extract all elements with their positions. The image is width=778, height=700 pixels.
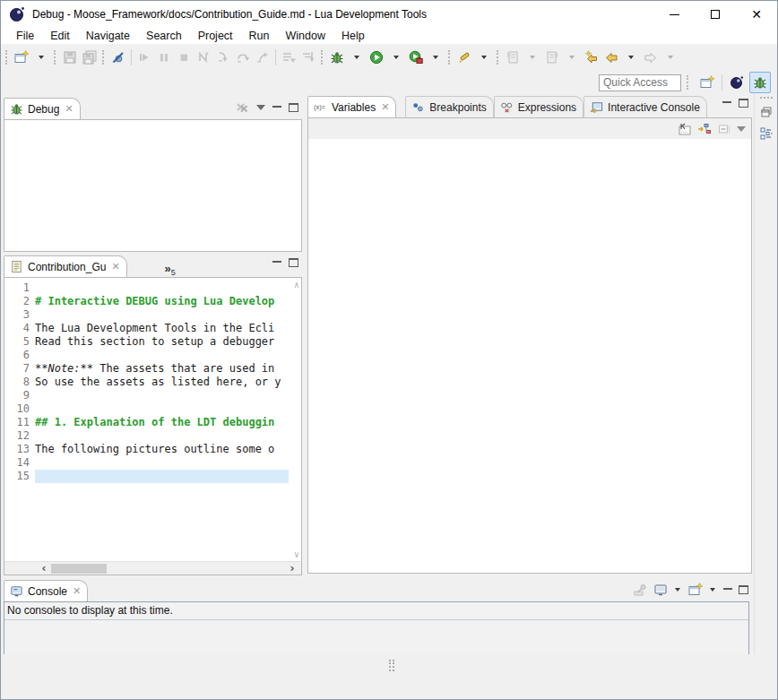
step-return-button[interactable] bbox=[253, 48, 272, 67]
editor-line[interactable]: 2# Interactive DEBUG using Lua Develop bbox=[4, 295, 289, 308]
editor-text-area[interactable]: 12# Interactive DEBUG using Lua Develop3… bbox=[4, 278, 301, 561]
editor-line[interactable]: 13The following pictures outline some o bbox=[4, 443, 289, 456]
view-menu-button[interactable] bbox=[256, 105, 265, 110]
menu-run[interactable]: Run bbox=[241, 29, 278, 44]
open-perspective-button[interactable] bbox=[696, 72, 718, 93]
open-console-button[interactable] bbox=[688, 583, 703, 597]
last-edit-location-button[interactable] bbox=[582, 48, 601, 67]
display-selected-console-button[interactable] bbox=[653, 583, 668, 597]
menu-navigate[interactable]: Navigate bbox=[78, 29, 138, 44]
window-maximize-button[interactable] bbox=[695, 1, 736, 28]
tab-close-icon[interactable]: ✕ bbox=[111, 261, 119, 272]
horizontal-scrollbar[interactable]: ‹ › bbox=[4, 561, 301, 575]
minimize-view-button[interactable] bbox=[723, 587, 732, 590]
toolbar-drag-handle[interactable] bbox=[102, 50, 106, 65]
new-wizard-dropdown[interactable] bbox=[31, 48, 51, 67]
toolbar-drag-handle[interactable] bbox=[5, 50, 9, 65]
quick-access-input[interactable] bbox=[599, 74, 681, 91]
tab-close-icon[interactable]: ✕ bbox=[73, 585, 81, 597]
editor-line[interactable]: 11## 1. Explanation of the LDT debuggin bbox=[4, 416, 289, 429]
menu-search[interactable]: Search bbox=[138, 29, 190, 44]
editor-line[interactable]: 6 bbox=[4, 349, 289, 362]
toolbar-drag-handle[interactable] bbox=[54, 50, 57, 65]
open-task-button[interactable] bbox=[454, 48, 474, 67]
run-dropdown[interactable] bbox=[386, 48, 406, 67]
open-task-dropdown[interactable] bbox=[474, 48, 494, 67]
tab-console[interactable]: Console ✕ bbox=[4, 580, 88, 601]
trim-drag-handle[interactable] bbox=[760, 97, 773, 99]
editor-line[interactable]: 5Read this section to setup a debugger bbox=[4, 335, 289, 349]
editor-line[interactable]: 3 bbox=[4, 308, 289, 322]
minimize-view-button[interactable] bbox=[722, 100, 731, 103]
editor-line[interactable]: 1 bbox=[4, 281, 289, 295]
scrollbar-thumb[interactable] bbox=[51, 564, 107, 574]
forward-dropdown[interactable] bbox=[661, 48, 680, 67]
tab-expressions[interactable]: Expressions bbox=[494, 96, 584, 117]
maximize-view-button[interactable] bbox=[289, 258, 298, 267]
pin-console-button[interactable] bbox=[633, 583, 647, 597]
external-tools-dropdown[interactable] bbox=[426, 48, 445, 67]
editor-line[interactable]: 8So use the assets as listed here, or y bbox=[4, 376, 289, 389]
editor-line[interactable]: 10 bbox=[4, 402, 289, 416]
debug-dropdown[interactable] bbox=[347, 48, 367, 67]
save-button[interactable] bbox=[60, 48, 80, 67]
tab-debug[interactable]: Debug ✕ bbox=[4, 98, 81, 119]
hidden-editors-chevron[interactable]: »5 bbox=[165, 260, 176, 277]
next-annotation-button[interactable] bbox=[542, 48, 562, 67]
resume-button[interactable] bbox=[134, 48, 154, 67]
new-wizard-button[interactable] bbox=[12, 48, 31, 67]
scroll-up-arrow[interactable]: ∧ bbox=[294, 280, 299, 290]
tab-interactive-console[interactable]: Interactive Console bbox=[584, 96, 707, 117]
display-console-dropdown[interactable] bbox=[675, 588, 680, 592]
run-button[interactable] bbox=[367, 48, 386, 67]
scroll-left-arrow[interactable]: ‹ bbox=[37, 562, 51, 575]
editor-line[interactable]: 7**Note:** The assets that are used in bbox=[4, 362, 289, 376]
collapse-all-button[interactable] bbox=[717, 122, 731, 136]
previous-annotation-button[interactable] bbox=[503, 48, 523, 67]
maximize-view-button[interactable] bbox=[739, 585, 748, 594]
skip-all-breakpoints-button[interactable] bbox=[108, 48, 128, 67]
show-type-names-button[interactable] bbox=[678, 122, 692, 136]
window-close-button[interactable]: ✕ bbox=[736, 1, 777, 28]
tab-breakpoints[interactable]: Breakpoints bbox=[405, 96, 493, 117]
step-over-button[interactable] bbox=[233, 48, 253, 67]
menu-file[interactable]: File bbox=[8, 29, 42, 44]
variables-content[interactable] bbox=[307, 139, 752, 574]
editor-line[interactable]: 9 bbox=[4, 389, 289, 402]
editor-line[interactable]: 12 bbox=[4, 429, 289, 443]
debug-button[interactable] bbox=[327, 48, 347, 67]
back-button[interactable] bbox=[601, 48, 621, 67]
outline-view-button[interactable] bbox=[756, 124, 776, 143]
restore-view-button[interactable] bbox=[756, 102, 776, 122]
tab-contribution-guide[interactable]: Contribution_Gu ✕ bbox=[4, 255, 127, 277]
drop-to-frame-button[interactable] bbox=[279, 48, 298, 67]
debug-view-content[interactable] bbox=[4, 119, 302, 252]
editor-line[interactable]: 15 bbox=[4, 470, 289, 483]
external-tools-button[interactable] bbox=[406, 48, 426, 67]
tab-close-icon[interactable]: ✕ bbox=[381, 101, 389, 113]
toolbar-drag-handle[interactable] bbox=[497, 50, 500, 65]
debug-perspective-button[interactable] bbox=[749, 72, 771, 93]
disconnect-button[interactable] bbox=[194, 48, 213, 67]
menu-edit[interactable]: Edit bbox=[42, 29, 78, 44]
use-step-filters-button[interactable] bbox=[298, 48, 318, 67]
terminate-button[interactable] bbox=[174, 48, 194, 67]
toolbar-drag-handle[interactable] bbox=[448, 50, 452, 65]
view-menu-button[interactable] bbox=[737, 126, 746, 132]
minimize-view-button[interactable] bbox=[272, 105, 281, 108]
scroll-down-arrow[interactable]: ∨ bbox=[294, 549, 299, 559]
open-console-dropdown[interactable] bbox=[710, 588, 715, 592]
ldt-perspective-button[interactable] bbox=[726, 72, 748, 93]
maximize-view-button[interactable] bbox=[289, 103, 298, 112]
menu-project[interactable]: Project bbox=[190, 29, 241, 44]
statusbar-drag-handle[interactable] bbox=[389, 660, 394, 671]
maximize-view-button[interactable] bbox=[739, 99, 748, 108]
menu-window[interactable]: Window bbox=[278, 29, 333, 44]
tab-close-icon[interactable]: ✕ bbox=[65, 103, 73, 115]
remove-all-terminated-button[interactable] bbox=[235, 100, 249, 115]
window-minimize-button[interactable] bbox=[653, 1, 695, 28]
tab-variables[interactable]: (x)= Variables ✕ bbox=[307, 96, 396, 117]
editor-line[interactable]: 14 bbox=[4, 456, 289, 470]
editor-line[interactable]: 4The Lua Development Tools in the Ecli bbox=[4, 322, 289, 335]
toolbar-drag-handle[interactable] bbox=[687, 75, 690, 90]
